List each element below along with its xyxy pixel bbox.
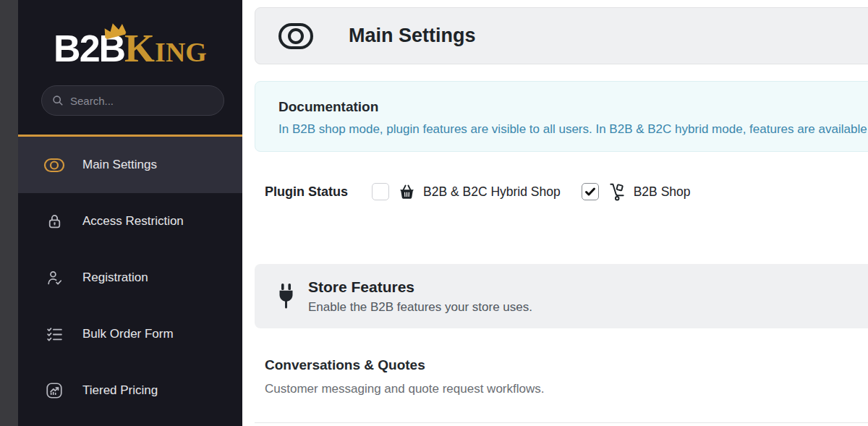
sidebar-item-label: Tiered Pricing bbox=[82, 383, 158, 398]
hand-truck-icon bbox=[608, 182, 626, 201]
hybrid-shop-label: B2B & B2C Hybrid Shop bbox=[423, 184, 561, 200]
sidebar-item-label: Bulk Order Form bbox=[82, 327, 174, 341]
sidebar: B2BKing Main Settings bbox=[18, 0, 242, 426]
row-divider bbox=[255, 422, 868, 423]
documentation-body: In B2B shop mode, plugin features are vi… bbox=[278, 122, 868, 137]
target-icon bbox=[43, 156, 65, 174]
sidebar-item-main-settings[interactable]: Main Settings bbox=[18, 137, 242, 193]
search-input[interactable] bbox=[70, 95, 213, 107]
search-icon bbox=[52, 95, 64, 106]
store-features-subtitle: Enable the B2B features your store uses. bbox=[308, 300, 532, 315]
b2b-shop-checkbox[interactable] bbox=[582, 183, 599, 200]
checkmark-icon bbox=[584, 186, 596, 197]
basket-icon bbox=[398, 183, 416, 201]
sidebar-item-label: Access Restriction bbox=[82, 214, 184, 229]
checklist-icon bbox=[43, 325, 65, 344]
feature-conversations-quotes: Conversations & Quotes Customer messagin… bbox=[265, 357, 868, 396]
sidebar-item-bulk-order-form[interactable]: Bulk Order Form bbox=[18, 306, 242, 362]
page-header: Main Settings bbox=[255, 7, 868, 64]
b2bking-logo: B2BKing bbox=[18, 26, 242, 71]
logo-text-king: King bbox=[124, 27, 207, 70]
lock-icon bbox=[43, 213, 65, 231]
page-title: Main Settings bbox=[349, 25, 476, 47]
user-check-icon bbox=[43, 269, 65, 287]
b2b-shop-label: B2B Shop bbox=[634, 184, 691, 200]
main-content: Main Settings Documentation In B2B shop … bbox=[242, 0, 868, 426]
b2bking-settings-page: B2BKing Main Settings bbox=[0, 0, 868, 426]
sidebar-menu: Main Settings Access Restriction bbox=[18, 137, 242, 419]
feature-description: Customer messaging and quote request wor… bbox=[265, 382, 868, 396]
chart-icon bbox=[43, 381, 65, 400]
sidebar-item-access-restriction[interactable]: Access Restriction bbox=[18, 193, 242, 250]
store-features-title: Store Features bbox=[308, 278, 532, 296]
target-icon bbox=[278, 22, 314, 51]
plugin-status-row: Plugin Status B2B & B2C Hybrid Shop bbox=[265, 182, 691, 201]
documentation-panel: Documentation In B2B shop mode, plugin f… bbox=[255, 81, 868, 152]
sidebar-item-registration[interactable]: Registration bbox=[18, 250, 242, 306]
sidebar-item-tiered-pricing[interactable]: Tiered Pricing bbox=[18, 362, 242, 419]
window-edge-strip bbox=[0, 0, 18, 426]
sidebar-search[interactable] bbox=[41, 85, 224, 116]
plug-icon bbox=[276, 283, 296, 310]
store-features-panel: Store Features Enable the B2B features y… bbox=[255, 264, 868, 328]
documentation-title: Documentation bbox=[278, 99, 868, 115]
sidebar-item-label: Main Settings bbox=[82, 158, 157, 172]
plugin-status-label: Plugin Status bbox=[265, 184, 372, 200]
sidebar-item-label: Registration bbox=[82, 270, 148, 285]
hybrid-shop-checkbox[interactable] bbox=[372, 183, 389, 200]
feature-title: Conversations & Quotes bbox=[265, 357, 868, 373]
